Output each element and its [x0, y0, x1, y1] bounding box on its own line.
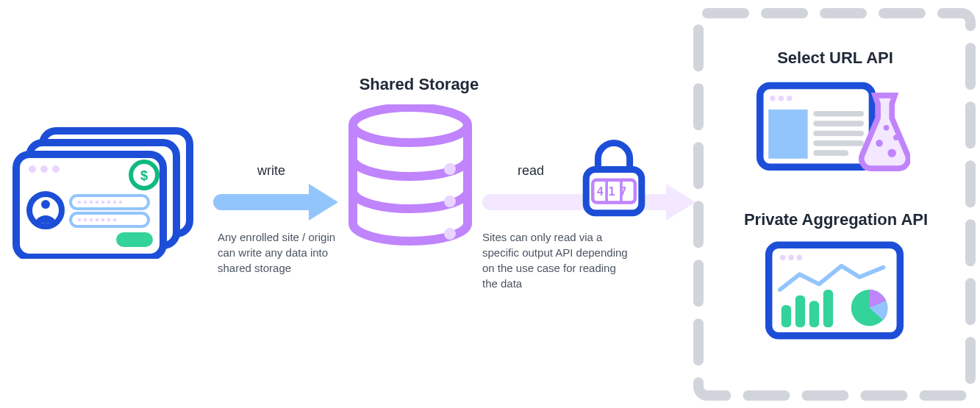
svg-point-17 — [353, 107, 468, 143]
select-url-icon — [756, 74, 910, 176]
read-description: Sites can only read via a specific outpu… — [482, 229, 629, 291]
svg-point-38 — [876, 140, 883, 147]
svg-point-20 — [444, 228, 456, 240]
svg-point-39 — [887, 148, 895, 157]
svg-point-19 — [444, 196, 456, 207]
database-icon — [344, 104, 476, 251]
lock-icon — [581, 138, 647, 219]
svg-point-5 — [52, 165, 60, 173]
svg-point-43 — [780, 255, 786, 261]
write-arrow-icon — [213, 184, 338, 221]
shared-storage-title: Shared Storage — [346, 75, 493, 94]
svg-point-30 — [779, 96, 784, 101]
svg-point-3 — [29, 165, 36, 173]
lock-value: 417 — [595, 185, 632, 198]
svg-point-44 — [788, 255, 794, 261]
svg-point-4 — [40, 165, 48, 173]
websites-icon: $ — [7, 126, 198, 259]
svg-rect-32 — [768, 110, 807, 159]
write-description: Any enrolled site / origin can write any… — [218, 229, 343, 276]
select-url-title: Select URL API — [740, 49, 931, 68]
svg-rect-15 — [213, 194, 316, 210]
svg-point-29 — [770, 96, 776, 101]
svg-rect-35 — [813, 131, 864, 137]
svg-point-18 — [444, 163, 456, 175]
svg-rect-36 — [813, 140, 864, 146]
svg-rect-34 — [813, 121, 864, 126]
svg-point-31 — [787, 96, 793, 101]
write-label: write — [257, 163, 285, 179]
svg-point-41 — [893, 135, 899, 140]
read-label: read — [518, 163, 544, 179]
private-aggregation-icon — [765, 235, 904, 346]
svg-marker-16 — [309, 184, 338, 221]
svg-text:$: $ — [140, 168, 148, 183]
svg-point-45 — [797, 255, 803, 261]
svg-rect-14 — [116, 232, 153, 247]
svg-rect-37 — [813, 150, 848, 156]
svg-rect-49 — [823, 290, 833, 327]
svg-rect-33 — [813, 111, 864, 117]
svg-rect-48 — [809, 301, 819, 327]
svg-point-40 — [884, 125, 890, 131]
svg-point-9 — [41, 200, 50, 209]
svg-rect-46 — [782, 305, 791, 327]
private-aggregation-title: Private Aggregation API — [722, 210, 950, 229]
svg-rect-47 — [795, 296, 805, 328]
